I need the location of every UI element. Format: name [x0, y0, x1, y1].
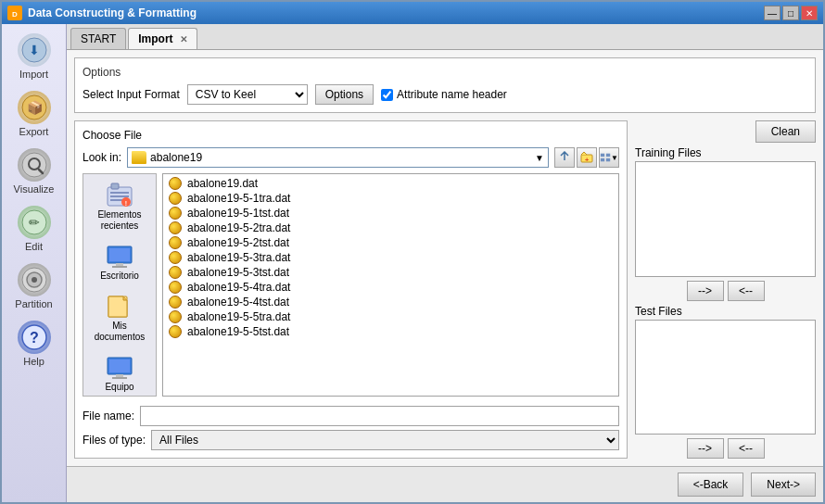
- title-bar-buttons: — □ ✕: [764, 6, 818, 20]
- right-panel: Clean Training Files --> <--: [635, 120, 816, 459]
- svg-rect-18: [601, 154, 604, 157]
- svg-rect-21: [606, 158, 610, 161]
- file-name-6: abalone19-5-3tst.dat: [187, 266, 289, 279]
- file-item-8[interactable]: abalone19-5-4tst.dat: [165, 295, 616, 309]
- view-toggle-button[interactable]: ▼: [599, 147, 619, 168]
- shortcut-documents[interactable]: Mis documentos: [85, 289, 154, 346]
- training-add-button[interactable]: -->: [687, 281, 724, 301]
- shortcuts-panel: ! Elementos recientes: [82, 173, 157, 397]
- look-in-folder-select[interactable]: abalone19 ▼: [127, 147, 549, 168]
- sidebar-item-partition[interactable]: Partition: [2, 258, 66, 315]
- next-button[interactable]: Next->: [751, 472, 816, 497]
- sidebar-item-export[interactable]: 📦 Export: [2, 85, 66, 143]
- tab-start[interactable]: START: [70, 28, 126, 49]
- back-button[interactable]: <-Back: [678, 472, 744, 497]
- options-button[interactable]: Options: [315, 84, 374, 105]
- file-icon-10: [169, 325, 182, 338]
- title-bar: D Data Constructing & Formatting — □ ✕: [2, 2, 823, 24]
- training-remove-button[interactable]: <--: [728, 281, 765, 301]
- file-item-7[interactable]: abalone19-5-4tra.dat: [165, 280, 616, 295]
- maximize-button[interactable]: □: [782, 6, 799, 20]
- svg-text:D: D: [12, 10, 18, 19]
- edit-icon: ✏: [18, 206, 51, 239]
- file-list[interactable]: abalone19.dat abalone19-5-1tra.dat abalo…: [162, 173, 619, 397]
- file-icon-9: [169, 310, 182, 323]
- sidebar-item-edit[interactable]: ✏ Edit: [2, 200, 66, 258]
- close-button[interactable]: ✕: [801, 6, 818, 20]
- file-icon-4: [169, 236, 182, 249]
- options-title: Options: [82, 66, 807, 79]
- svg-rect-31: [116, 263, 123, 266]
- file-name-2: abalone19-5-1tst.dat: [187, 207, 289, 220]
- file-item-5[interactable]: abalone19-5-3tra.dat: [165, 250, 616, 265]
- file-name-9: abalone19-5-5tra.dat: [187, 310, 290, 323]
- svg-rect-30: [109, 248, 130, 261]
- file-item-4[interactable]: abalone19-5-2tst.dat: [165, 235, 616, 250]
- svg-text:📦: 📦: [26, 100, 43, 116]
- file-name-3: abalone19-5-2tra.dat: [187, 221, 290, 234]
- dropdown-arrow: ▼: [535, 153, 544, 163]
- shortcut-recent-label: Elementos recientes: [87, 209, 152, 232]
- main-content: ⬇ Import 📦 Export: [2, 24, 823, 502]
- new-folder-button[interactable]: +: [577, 147, 597, 168]
- file-browser-area: ! Elementos recientes: [82, 173, 619, 397]
- file-item-1[interactable]: abalone19-5-1tra.dat: [165, 191, 616, 206]
- visualize-icon: [18, 148, 51, 182]
- look-in-label: Look in:: [82, 151, 121, 164]
- sidebar-item-help[interactable]: ? Help: [2, 315, 66, 372]
- file-item-0[interactable]: abalone19.dat: [165, 176, 616, 191]
- shortcut-computer[interactable]: Equipo: [85, 350, 154, 397]
- svg-rect-25: [110, 195, 129, 197]
- nav-buttons: <-Back Next->: [67, 466, 823, 502]
- sidebar-label-export: Export: [19, 126, 49, 137]
- svg-text:+: +: [585, 156, 590, 164]
- svg-text:?: ?: [30, 330, 39, 346]
- attribute-name-header-label[interactable]: Attribute name header: [381, 88, 507, 101]
- sidebar-label-help: Help: [23, 356, 44, 367]
- tab-import-close[interactable]: ✕: [180, 34, 187, 44]
- go-up-button[interactable]: [554, 147, 575, 168]
- test-files-list: [635, 320, 816, 435]
- file-item-6[interactable]: abalone19-5-3tst.dat: [165, 265, 616, 280]
- file-item-10[interactable]: abalone19-5-5tst.dat: [165, 324, 616, 339]
- files-of-type-select[interactable]: All Files: [151, 430, 619, 450]
- panel: Options Select Input Format CSV to Keel …: [67, 50, 823, 466]
- shortcut-recent[interactable]: ! Elementos recientes: [85, 178, 154, 235]
- format-select[interactable]: CSV to Keel: [187, 84, 308, 105]
- options-row: Select Input Format CSV to Keel Options …: [82, 84, 807, 105]
- tabs-bar: START Import ✕: [67, 24, 823, 50]
- file-name-5: abalone19-5-3tra.dat: [187, 251, 290, 264]
- test-add-button[interactable]: -->: [687, 438, 724, 459]
- file-item-2[interactable]: abalone19-5-1tst.dat: [165, 206, 616, 220]
- tab-import[interactable]: Import ✕: [128, 28, 197, 49]
- file-item-9[interactable]: abalone19-5-5tra.dat: [165, 309, 616, 324]
- desktop-icon: [105, 243, 134, 269]
- import-icon: ⬇: [18, 33, 51, 67]
- choose-file-group: Choose File Look in: abalone19 ▼: [74, 120, 628, 459]
- folder-icon: [132, 151, 146, 164]
- training-files-label: Training Files: [635, 146, 816, 159]
- file-item-3[interactable]: abalone19-5-2tra.dat: [165, 220, 616, 235]
- file-icon-1: [169, 192, 182, 205]
- file-icon-3: [169, 221, 182, 234]
- clean-button[interactable]: Clean: [755, 120, 816, 143]
- test-remove-button[interactable]: <--: [728, 438, 765, 459]
- current-folder: abalone19: [150, 151, 531, 164]
- file-name-input[interactable]: [140, 406, 619, 426]
- svg-rect-37: [112, 377, 127, 379]
- shortcut-computer-label: Equipo: [105, 382, 133, 393]
- shortcut-desktop[interactable]: Escritorio: [85, 239, 154, 285]
- minimize-button[interactable]: —: [764, 6, 781, 20]
- choose-file-title: Choose File: [82, 129, 619, 142]
- computer-icon: [105, 354, 134, 380]
- svg-rect-32: [112, 266, 127, 268]
- partition-icon: [18, 263, 51, 296]
- attribute-name-header-checkbox[interactable]: [381, 89, 393, 101]
- sidebar-item-import[interactable]: ⬇ Import: [2, 28, 66, 85]
- svg-text:⬇: ⬇: [29, 43, 40, 57]
- svg-rect-20: [601, 158, 604, 161]
- svg-rect-35: [109, 359, 130, 372]
- sidebar-item-visualize[interactable]: Visualize: [2, 143, 66, 200]
- files-of-type-row: Files of type: All Files: [82, 430, 619, 450]
- file-icon-8: [169, 296, 182, 309]
